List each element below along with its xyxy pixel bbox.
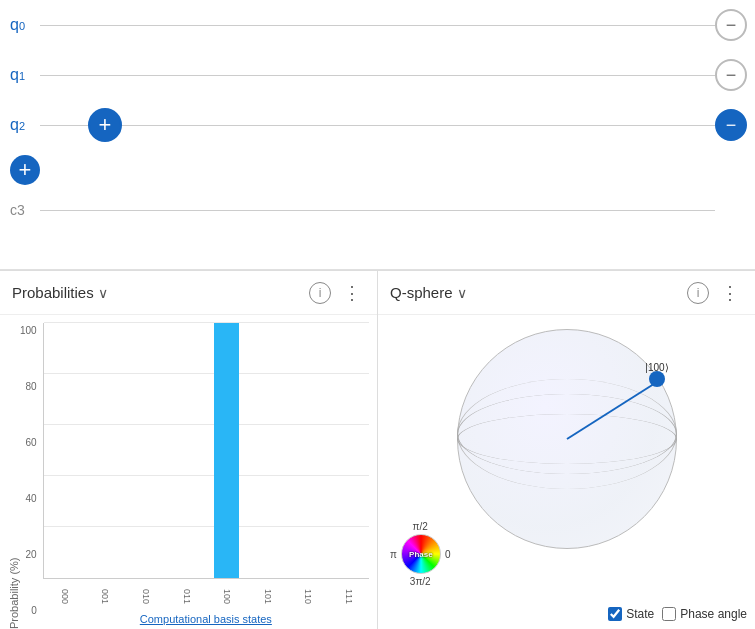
qsphere-more-icon[interactable]: ⋮ [717,280,743,306]
probabilities-header: Probabilities ∨ i ⋮ [0,271,377,315]
qubit-row-1: q 1 − [0,50,755,100]
qubit-label-2: q 2 [0,116,40,134]
x-label: 001 [100,583,110,611]
qsphere-header: Q-sphere ∨ i ⋮ [378,271,755,315]
sphere-svg: |100⟩ [427,319,707,559]
qsphere-chevron[interactable]: ∨ [457,285,467,301]
qsphere-panel: Q-sphere ∨ i ⋮ |100⟩ [378,271,755,629]
state-checkbox[interactable] [608,607,622,621]
probabilities-title[interactable]: Probabilities [12,284,94,301]
grid-line-100 [44,322,369,323]
panels: Probabilities ∨ i ⋮ Probability (%) 0 20… [0,270,755,629]
classical-line [40,210,715,211]
classical-row: c3 [0,190,755,230]
add-qubit-row: + [0,150,755,190]
svg-line-0 [567,382,657,439]
add-qubit-button[interactable]: + [10,155,40,185]
x-label: 110 [303,583,313,611]
grid-line-40 [44,475,369,476]
phase-angle-checkbox[interactable] [662,607,676,621]
phase-angle-checkbox-item: Phase angle [662,607,747,621]
x-label: 000 [60,583,70,611]
x-label: 111 [344,583,354,611]
qsphere-area: |100⟩ π/2 π Phase 0 3 [378,315,755,629]
state-label: State [626,607,654,621]
x-label: 011 [182,583,192,611]
chart-bars [43,323,369,579]
qubit-row-2: q 2 + − [0,100,755,150]
phase-bottom-label: 3π/2 [410,576,431,587]
bar-100 [214,323,238,578]
probabilities-panel: Probabilities ∨ i ⋮ Probability (%) 0 20… [0,271,378,629]
grid-line-20 [44,526,369,527]
x-axis-title[interactable]: Computational basis states [43,611,369,629]
qubit-row-0: q 0 − [0,0,755,50]
remove-qubit-2-button[interactable]: − [715,109,747,141]
x-labels: 000001010011100101110111 [43,579,369,611]
qsphere-info-icon[interactable]: i [687,282,709,304]
qubit-label-1: q 1 [0,66,40,84]
circuit-area: q 0 − q 1 − q 2 + [0,0,755,270]
probabilities-chevron[interactable]: ∨ [98,285,108,301]
gate-plus-q2[interactable]: + [88,108,122,142]
grid-line-80 [44,373,369,374]
x-label: 101 [263,583,273,611]
x-label: 010 [141,583,151,611]
phase-left-label: π [390,549,397,560]
qsphere-title[interactable]: Q-sphere [390,284,453,301]
remove-qubit-0-button[interactable]: − [715,9,747,41]
state-controls: State Phase angle [608,607,747,621]
qubit-label-0: q 0 [0,16,40,34]
chart-area: Probability (%) 0 20 40 60 80 100 [0,315,377,629]
remove-qubit-1-button[interactable]: − [715,59,747,91]
grid-line-60 [44,424,369,425]
y-axis-title: Probability (%) [8,323,20,629]
probabilities-more-icon[interactable]: ⋮ [339,280,365,306]
y-axis: 0 20 40 60 80 100 [20,323,43,629]
sphere-container: |100⟩ [427,319,707,559]
chart-plot: 000001010011100101110111 Computational b… [43,323,369,629]
probabilities-info-icon[interactable]: i [309,282,331,304]
x-label: 100 [222,583,232,611]
svg-text:|100⟩: |100⟩ [645,362,668,373]
phase-angle-label: Phase angle [680,607,747,621]
state-checkbox-item: State [608,607,654,621]
classical-label: c3 [0,202,40,218]
svg-point-1 [649,371,665,387]
